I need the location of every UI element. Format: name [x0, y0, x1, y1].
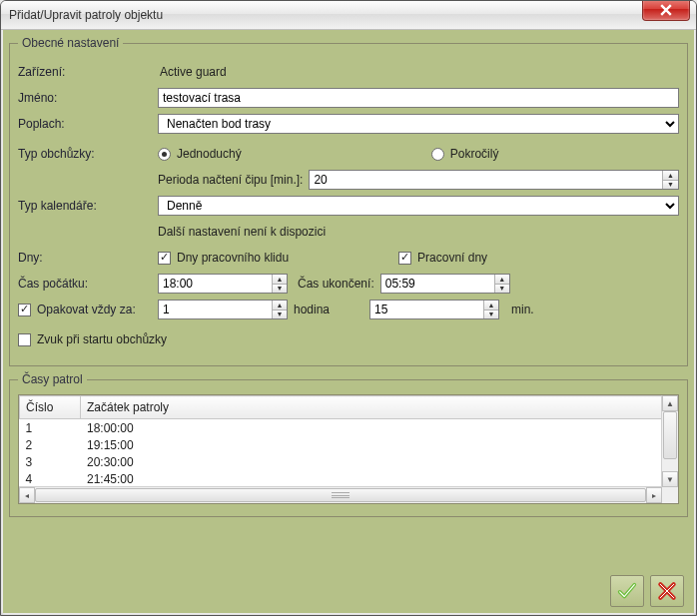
days-label: Dny:: [18, 251, 158, 265]
repeat-hours-spinner[interactable]: ▲▼: [158, 300, 288, 319]
spinner-up-icon[interactable]: ▲: [663, 171, 678, 181]
scroll-left-icon[interactable]: ◂: [19, 487, 35, 503]
spinner-down-icon[interactable]: ▼: [495, 285, 509, 294]
extra-settings-note: Další nastavení není k dispozici: [158, 221, 679, 243]
sound-on-start-checkbox[interactable]: Zvuk při startu obchůzky: [18, 332, 167, 346]
holidays-checkbox-label: Dny pracovního klidu: [177, 251, 289, 265]
checkmark-icon: [616, 580, 638, 602]
titlebar: Přidat/Upravit patroly objektu: [1, 1, 696, 30]
patrol-times-table: Číslo Začátek patroly 118:00:00219:15:00…: [19, 395, 662, 487]
workdays-checkbox[interactable]: Pracovní dny: [398, 251, 487, 265]
cell-number: 4: [20, 470, 81, 487]
repeat-checkbox[interactable]: Opakovat vždy za:: [18, 303, 158, 316]
ok-button[interactable]: [610, 575, 644, 607]
horizontal-scrollbar[interactable]: ◂ ▸: [19, 486, 662, 503]
patrol-type-advanced-radio[interactable]: Pokročilý: [431, 147, 499, 161]
dialog-actions: [610, 575, 684, 607]
alarm-select[interactable]: Nenačten bod trasy: [158, 114, 679, 134]
start-time-input[interactable]: [159, 275, 272, 293]
table-row[interactable]: 320:30:00: [20, 453, 662, 470]
workdays-checkbox-label: Pracovní dny: [417, 251, 487, 265]
general-settings-legend: Obecné nastavení: [18, 36, 123, 50]
start-time-label: Čas počátku:: [18, 277, 158, 291]
dialog-window: Přidat/Upravit patroly objektu Obecné na…: [0, 0, 697, 616]
cross-icon: [657, 581, 677, 601]
name-input[interactable]: [158, 88, 679, 108]
end-time-spinner[interactable]: ▲▼: [380, 274, 510, 294]
table-row[interactable]: 219:15:00: [20, 436, 662, 453]
cell-start-time: 20:30:00: [81, 453, 662, 470]
spinner-up-icon[interactable]: ▲: [484, 301, 498, 310]
checkbox-icon: [398, 252, 411, 265]
patrol-type-simple-radio[interactable]: Jednoduchý: [158, 147, 242, 161]
column-header-number[interactable]: Číslo: [20, 396, 81, 419]
repeat-hours-unit: hodina: [294, 303, 363, 316]
spinner-up-icon[interactable]: ▲: [495, 275, 509, 285]
end-time-label: Čas ukončení:: [298, 277, 374, 291]
spinner-up-icon[interactable]: ▲: [273, 275, 287, 285]
spinner-down-icon[interactable]: ▼: [273, 310, 287, 319]
scroll-right-icon[interactable]: ▸: [646, 487, 662, 503]
repeat-minutes-spinner[interactable]: ▲▼: [369, 300, 499, 319]
patrol-times-grid: Číslo Začátek patroly 118:00:00219:15:00…: [18, 394, 679, 504]
general-settings-panel: Obecné nastavení Zařízení: Active guard …: [9, 36, 688, 366]
close-icon: [660, 4, 672, 16]
device-value: Active guard: [158, 65, 679, 79]
cell-number: 3: [20, 453, 81, 470]
client-area: Obecné nastavení Zařízení: Active guard …: [3, 30, 694, 613]
cancel-button[interactable]: [650, 575, 684, 607]
period-label: Perioda načtení čipu [min.]:: [158, 173, 303, 187]
alarm-label: Poplach:: [18, 117, 158, 131]
name-label: Jméno:: [18, 91, 158, 105]
checkbox-icon: [18, 304, 31, 316]
period-spinner[interactable]: ▲▼: [309, 170, 679, 190]
cell-start-time: 19:15:00: [81, 436, 662, 453]
spinner-down-icon[interactable]: ▼: [273, 285, 287, 294]
cell-start-time: 21:45:00: [81, 470, 662, 487]
repeat-minutes-input[interactable]: [370, 301, 483, 318]
scroll-up-icon[interactable]: ▲: [662, 395, 678, 411]
repeat-hours-input[interactable]: [159, 301, 272, 318]
repeat-checkbox-label: Opakovat vždy za:: [37, 303, 136, 316]
sound-on-start-label: Zvuk při startu obchůzky: [37, 332, 167, 346]
scrollbar-thumb[interactable]: [35, 488, 646, 502]
table-row[interactable]: 118:00:00: [20, 419, 662, 437]
radio-icon: [431, 148, 444, 161]
spinner-down-icon[interactable]: ▼: [484, 310, 498, 319]
table-row[interactable]: 421:45:00: [20, 470, 662, 487]
checkbox-icon: [158, 252, 171, 265]
patrol-times-legend: Časy patrol: [18, 372, 87, 386]
patrol-type-advanced-label: Pokročilý: [450, 147, 499, 161]
device-label: Zařízení:: [18, 65, 158, 79]
period-input[interactable]: [310, 171, 661, 189]
patrol-type-label: Typ obchůzky:: [18, 147, 158, 161]
radio-icon: [158, 148, 171, 161]
calendar-type-label: Typ kalendáře:: [18, 199, 158, 213]
spinner-up-icon[interactable]: ▲: [273, 301, 287, 310]
spinner-down-icon[interactable]: ▼: [663, 181, 678, 190]
holidays-checkbox[interactable]: Dny pracovního klidu: [158, 251, 289, 265]
cell-number: 1: [20, 419, 81, 437]
column-header-start[interactable]: Začátek patroly: [81, 396, 662, 419]
calendar-type-select[interactable]: Denně: [158, 196, 679, 216]
end-time-input[interactable]: [381, 275, 494, 293]
window-title: Přidat/Upravit patroly objektu: [9, 8, 163, 22]
cell-start-time: 18:00:00: [81, 419, 662, 437]
scrollbar-corner: [662, 487, 678, 503]
repeat-minutes-unit: min.: [511, 303, 534, 316]
patrol-type-simple-label: Jednoduchý: [177, 147, 242, 161]
patrol-times-panel: Časy patrol Číslo Začátek patroly 118:00…: [9, 372, 688, 517]
scroll-down-icon[interactable]: ▼: [662, 471, 678, 487]
window-close-button[interactable]: [642, 0, 690, 21]
start-time-spinner[interactable]: ▲▼: [158, 274, 288, 294]
checkbox-icon: [18, 333, 31, 346]
vertical-scrollbar[interactable]: ▲ ▼: [661, 395, 678, 487]
scrollbar-thumb[interactable]: [663, 411, 677, 459]
cell-number: 2: [20, 436, 81, 453]
